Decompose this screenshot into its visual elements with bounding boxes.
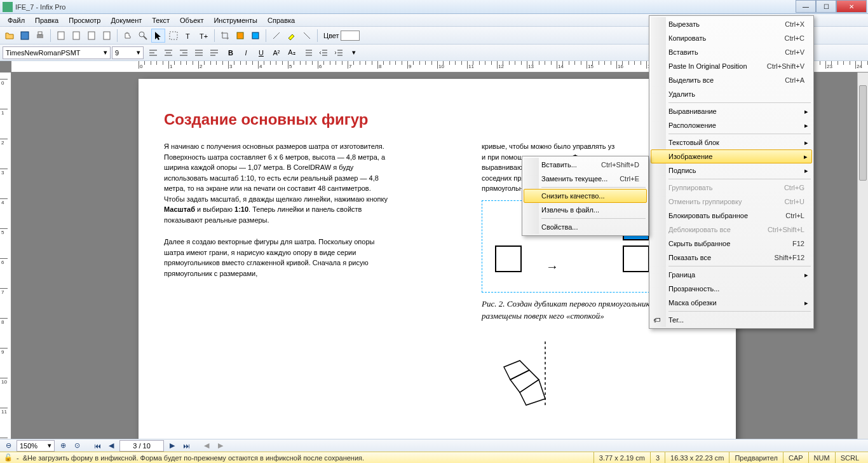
hand-tool[interactable] (121, 29, 135, 43)
status-preview[interactable]: Предварител (729, 452, 783, 463)
menu-item[interactable]: Граница▸ (651, 268, 812, 282)
open-button[interactable] (3, 29, 17, 43)
svg-rect-12 (237, 32, 243, 39)
menu-item[interactable]: Деблокировать всеCtrl+Shift+L (651, 223, 812, 237)
menu-item[interactable]: Выделить всеCtrl+A (651, 73, 812, 87)
menu-item[interactable]: Изображение▸ (651, 149, 812, 163)
zoom-out-button[interactable]: ⊖ (3, 441, 14, 451)
page: Создание основных фигур Я начинаю с полу… (139, 79, 736, 439)
menu-item[interactable]: ВырезатьCtrl+X (651, 17, 812, 31)
close-button[interactable]: ✕ (836, 0, 867, 13)
line-tool[interactable] (269, 29, 283, 43)
menu-item[interactable]: Вставить...Ctrl+Shift+D (524, 158, 647, 172)
next-page-button[interactable]: ▶ (166, 441, 178, 451)
menu-item[interactable]: Заменить текущее...Ctrl+E (524, 172, 647, 186)
page-heading: Создание основных фигур (164, 111, 710, 128)
menu-file[interactable]: Файл (3, 15, 30, 25)
mask-tool[interactable] (233, 29, 247, 43)
menu-item[interactable]: Расположение▸ (651, 118, 812, 132)
menu-item[interactable]: Удалить (651, 87, 812, 101)
italic-button[interactable]: I (239, 46, 253, 60)
brush-tool[interactable] (300, 29, 314, 43)
zoom-fit-button[interactable]: ⊙ (71, 441, 83, 451)
color-swatch[interactable] (341, 31, 360, 41)
menu-document[interactable]: Документ (105, 15, 147, 25)
select-tool[interactable] (166, 29, 180, 43)
align-justify-button[interactable] (192, 46, 206, 60)
crop-tool[interactable] (218, 29, 232, 43)
align-left-button[interactable] (146, 46, 160, 60)
align-right-button[interactable] (177, 46, 191, 60)
save-button[interactable] (18, 29, 32, 43)
nav-fwd-button[interactable]: ▶ (215, 441, 226, 451)
zoom-tool[interactable] (136, 29, 150, 43)
list-button[interactable] (301, 46, 315, 60)
menu-item[interactable]: Маска обрезки▸ (651, 296, 812, 310)
menu-view[interactable]: Просмотр (64, 15, 105, 25)
indent-inc-button[interactable] (332, 46, 346, 60)
svg-rect-0 (21, 32, 29, 39)
underline-button[interactable]: U (254, 46, 268, 60)
first-page-button[interactable]: ⏮ (92, 441, 103, 451)
minimize-button[interactable]: — (796, 0, 816, 13)
menu-item[interactable]: Paste In Original PositionCtrl+Shift+V (651, 59, 812, 73)
status-warning: &Не загрузить форму в инфиксной. Форма б… (23, 454, 364, 462)
last-page-button[interactable]: ⏭ (180, 441, 192, 451)
subscript-button[interactable]: A₂ (285, 46, 299, 60)
menu-item[interactable]: Отменить группировкуCtrl+U (651, 195, 812, 209)
menu-item[interactable]: Снизить качество... (524, 189, 647, 203)
context-menu-image[interactable]: Вставить...Ctrl+Shift+DЗаменить текущее.… (522, 156, 649, 236)
textplus-tool[interactable]: T+ (197, 29, 211, 43)
menu-item[interactable]: ГруппироватьCtrl+G (651, 181, 812, 195)
doc1-button[interactable] (54, 29, 68, 43)
menu-item[interactable]: Подпись▸ (651, 163, 812, 177)
doc4-button[interactable] (100, 29, 114, 43)
highlight-tool[interactable] (285, 29, 299, 43)
doc2-button[interactable] (69, 29, 83, 43)
menu-item[interactable]: Блокировать выбранноеCtrl+L (651, 209, 812, 223)
print-button[interactable] (33, 29, 47, 43)
font-combo[interactable]: TimesNewRomanPSMT▾ (3, 46, 111, 59)
indent-dec-button[interactable] (316, 46, 330, 60)
page-combo[interactable]: 3 / 10 (119, 440, 164, 452)
app-icon (3, 2, 13, 12)
menu-item[interactable]: Скрыть выбранноеF12 (651, 237, 812, 251)
menu-item[interactable]: Выравнивание▸ (651, 104, 812, 118)
status-num: NUM (808, 452, 835, 463)
pointer-tool[interactable] (151, 29, 165, 43)
menu-item[interactable]: Текстовый блок▸ (651, 135, 812, 149)
menu-tools[interactable]: Инструменты (208, 15, 262, 25)
svg-rect-2 (38, 32, 42, 34)
fontsize-combo[interactable]: 9▾ (112, 46, 144, 59)
menu-item[interactable]: Извлечь в файл... (524, 203, 647, 217)
menu-item[interactable]: КопироватьCtrl+C (651, 31, 812, 45)
zoom-combo[interactable]: 150%▾ (17, 440, 55, 452)
context-menu-main[interactable]: ВырезатьCtrl+XКопироватьCtrl+CВставитьCt… (649, 15, 814, 329)
menu-item[interactable]: ВставитьCtrl+V (651, 45, 812, 59)
vertical-scrollbar[interactable] (857, 73, 868, 439)
menu-item[interactable]: Показать всеShift+F12 (651, 251, 812, 265)
align-center-button[interactable] (161, 46, 175, 60)
menu-help[interactable]: Справка (262, 15, 300, 25)
vertical-ruler[interactable]: 012345678910111213141516171819 (0, 73, 11, 439)
prev-page-button[interactable]: ◀ (105, 441, 117, 451)
menu-text[interactable]: Текст (147, 15, 175, 25)
superscript-button[interactable]: A² (269, 46, 283, 60)
svg-point-7 (139, 32, 144, 37)
align-justify2-button[interactable] (207, 46, 221, 60)
menu-item[interactable]: Свойства... (524, 220, 647, 234)
menu-edit[interactable]: Правка (30, 15, 64, 25)
doc3-button[interactable] (85, 29, 98, 43)
zoom-in-button[interactable]: ⊕ (57, 441, 69, 451)
menu-object[interactable]: Объект (175, 15, 208, 25)
nav-back-button[interactable]: ◀ (201, 441, 212, 451)
svg-text:T+: T+ (200, 32, 208, 40)
maximize-button[interactable]: ☐ (816, 0, 836, 13)
spacing-button[interactable]: ▾ (347, 46, 361, 60)
bold-button[interactable]: B (224, 46, 238, 60)
link-tool[interactable] (248, 29, 262, 43)
lock-icon: 🔓 (4, 453, 13, 462)
menu-item[interactable]: Прозрачность... (651, 282, 812, 296)
text-tool[interactable]: T (182, 29, 196, 43)
menu-item[interactable]: Тег...🏷 (651, 313, 812, 327)
